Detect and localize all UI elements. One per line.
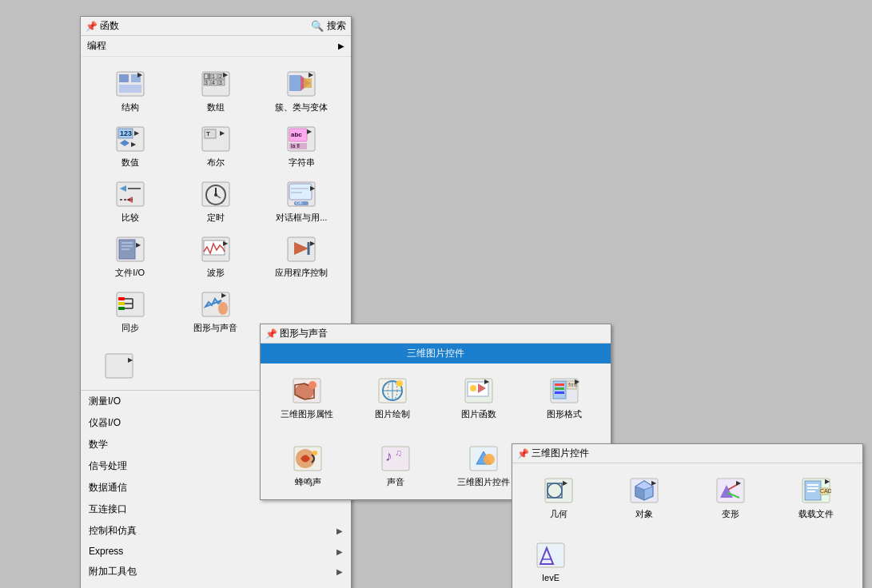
picture-draw-item[interactable]: 图片绘制 — [350, 370, 436, 425]
sidebar-item-addon[interactable]: 附加工具包 ▶ — [81, 561, 351, 582]
transform-label: 变形 — [722, 508, 739, 520]
3d-props-label: 三维图形属性 — [281, 408, 333, 420]
class-variant-item[interactable]: ▶ 簇、类与变体 — [259, 63, 344, 118]
dialog-user-label: 对话框与用... — [276, 212, 327, 224]
svg-rect-22 — [304, 78, 312, 88]
3d-props-icon — [289, 375, 325, 407]
svg-rect-40 — [117, 182, 144, 206]
sidebar-item-select[interactable]: 选择... — [81, 582, 351, 588]
title-left: 📌 函数 — [86, 19, 119, 33]
extra-icon-box: ▶ — [101, 350, 137, 382]
svg-rect-51 — [289, 184, 312, 200]
signal-proc-label: 信号处理 — [89, 459, 127, 473]
svg-point-115 — [484, 454, 495, 465]
ieve-label: IevE — [542, 573, 559, 582]
file-io-icon-box: ▶ — [112, 233, 149, 265]
search-label[interactable]: 搜索 — [327, 19, 346, 33]
math-label: 数学 — [89, 438, 108, 451]
express-label: Express — [89, 546, 123, 557]
search-icon: 🔍 — [311, 20, 324, 32]
svg-text:▶: ▶ — [136, 241, 141, 248]
string-item[interactable]: abc ▶ la fl 字符串 — [259, 118, 344, 173]
sound-icon: ♪ ♫ — [377, 443, 414, 475]
submenu-3d-label: 三维图片控件 — [407, 348, 464, 359]
sidebar-item-express[interactable]: Express ▶ — [81, 542, 351, 561]
svg-point-49 — [214, 193, 217, 197]
programming-section-header: 编程 ▶ — [81, 36, 351, 57]
timer-item[interactable]: 定时 — [173, 173, 258, 228]
waveform-item[interactable]: ▶ 波形 — [173, 228, 258, 284]
sound-label: 声音 — [387, 476, 404, 488]
svg-text:▶: ▶ — [137, 71, 143, 78]
boolean-label: 布尔 — [207, 157, 225, 169]
numeric-icon-box: 123 ▶ ▶ — [112, 123, 149, 155]
geometry-icon: ▶ — [540, 475, 577, 507]
sync-item[interactable]: 同步 — [87, 284, 173, 339]
beep-label: 蜂鸣声 — [295, 476, 321, 488]
svg-text:▶: ▶ — [131, 141, 137, 148]
svg-text:▶: ▶ — [825, 478, 830, 485]
numeric-label: 数值 — [121, 157, 139, 169]
3d-props-item[interactable]: 三维图形属性 — [264, 370, 350, 425]
svg-text:▶: ▶ — [484, 378, 490, 385]
search-area[interactable]: 🔍 搜索 — [311, 19, 346, 33]
file-io-item[interactable]: ▶ 文件I/O — [87, 228, 173, 284]
picture-func-label: 图片函数 — [461, 408, 496, 420]
beep-item[interactable]: 蜂鸣声 — [264, 438, 352, 493]
graphics-sound-label: 图形与声音 — [193, 322, 237, 334]
sound-item[interactable]: ♪ ♫ 声音 — [352, 438, 440, 493]
dialog-user-item[interactable]: OK ▶ 对话框与用... — [259, 173, 344, 228]
ieve-item[interactable]: IevE — [519, 534, 583, 587]
svg-text:▶: ▶ — [221, 292, 227, 299]
load-file-item[interactable]: CAD ▶ 载载文件 — [774, 470, 860, 525]
array-item[interactable]: 8 1 2 3 4 3 ▶ 数组 — [173, 63, 258, 118]
submenu-3d-highlight[interactable]: 三维图片控件 — [261, 344, 611, 364]
svg-text:abc: abc — [291, 131, 302, 138]
compare-item[interactable]: 比较 — [87, 173, 173, 228]
structure-icon-box: ▶ — [112, 68, 149, 100]
string-icon-box: abc ▶ la fl — [283, 123, 320, 155]
compare-icon-box — [112, 178, 149, 210]
svg-rect-61 — [121, 248, 129, 250]
extra-item[interactable]: ▶ — [87, 345, 151, 387]
svg-text:▶: ▶ — [310, 185, 316, 192]
sidebar-item-control-sim[interactable]: 控制和仿真 ▶ — [81, 520, 351, 542]
object-item[interactable]: ▶ 对象 — [602, 470, 688, 525]
svg-point-87 — [309, 381, 317, 389]
svg-text:▶: ▶ — [651, 479, 657, 487]
ieve-icon — [532, 539, 569, 571]
3d-pic-ctrl-icon — [465, 443, 502, 475]
picture-func-item[interactable]: ▶ 图片函数 — [436, 370, 522, 425]
class-variant-icon-box: ▶ — [283, 68, 320, 100]
addon-label: 附加工具包 — [89, 565, 137, 578]
app-control-item[interactable]: ▶ 应用程序控制 — [259, 228, 344, 284]
svg-rect-72 — [118, 302, 125, 305]
graphics-sound-item[interactable]: ▶ 图形与声音 — [173, 284, 258, 339]
picture-draw-label: 图片绘制 — [375, 408, 410, 420]
structure-item[interactable]: ▶ 结构 — [87, 63, 173, 118]
graphics-panel-title: 图形与声音 — [280, 327, 328, 340]
svg-text:♫: ♫ — [395, 447, 402, 459]
svg-rect-20 — [289, 75, 301, 91]
svg-text:▶: ▶ — [220, 129, 225, 137]
data-comm-label: 数据通信 — [89, 481, 127, 495]
sync-icon-box — [112, 288, 149, 320]
svg-text:▶: ▶ — [307, 128, 313, 135]
svg-rect-73 — [118, 307, 125, 310]
svg-rect-103 — [555, 391, 564, 394]
3d-control-title: 三维图片控件 — [532, 447, 589, 460]
svg-text:8: 8 — [205, 74, 208, 79]
svg-rect-102 — [555, 387, 564, 390]
geometry-item[interactable]: ▶ 几何 — [516, 470, 602, 525]
svg-text:3: 3 — [205, 80, 208, 85]
svg-rect-59 — [121, 242, 133, 244]
structure-label: 结构 — [121, 101, 139, 113]
boolean-item[interactable]: T ▶ 布尔 — [173, 118, 258, 173]
numeric-item[interactable]: 123 ▶ ▶ 数值 — [87, 118, 173, 173]
transform-item[interactable]: ▶ 变形 — [687, 470, 774, 525]
3d-control-panel: 📌 三维图片控件 ▶ 几何 — [512, 443, 863, 588]
graphics-row1: 三维图形属性 图片绘制 — [261, 364, 611, 431]
sidebar-item-interconnect[interactable]: 互连接口 — [81, 499, 351, 520]
graph-format-item[interactable]: fmt ▶ 图形格式 — [522, 370, 608, 425]
3d-control-title-bar: 📌 三维图片控件 — [512, 444, 862, 463]
